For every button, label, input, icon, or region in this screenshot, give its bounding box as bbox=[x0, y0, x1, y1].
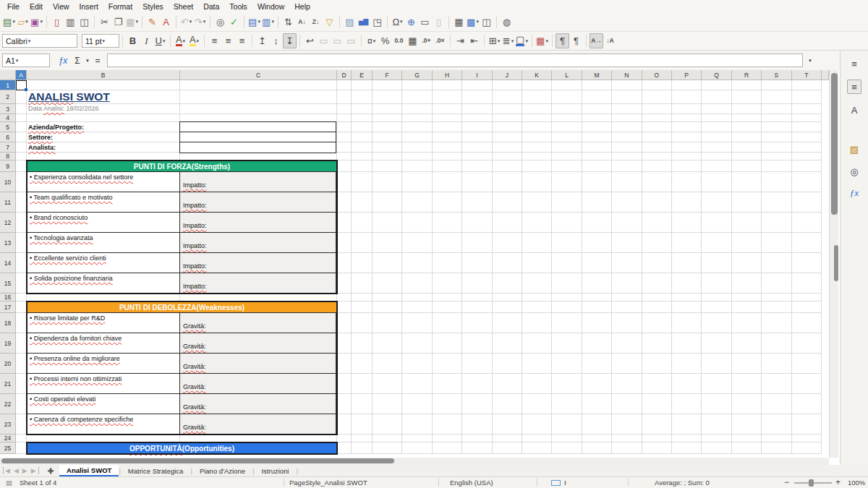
field-cell-C12[interactable]: Impatto: bbox=[179, 212, 336, 233]
cell-S10[interactable] bbox=[762, 172, 791, 192]
column-header-D[interactable]: D bbox=[337, 70, 352, 80]
insert-columns-button[interactable]: ▥▾ bbox=[261, 14, 275, 30]
cell-C8[interactable] bbox=[180, 153, 337, 160]
horizontal-scrollbar-thumb[interactable] bbox=[1, 458, 394, 463]
cell-F1[interactable] bbox=[373, 80, 402, 90]
cell-L13[interactable] bbox=[552, 233, 582, 253]
column-header-B[interactable]: B bbox=[27, 70, 180, 80]
row-header-14[interactable]: 14 bbox=[0, 253, 16, 273]
cell-D4[interactable] bbox=[337, 114, 352, 122]
cell-H12[interactable] bbox=[433, 213, 462, 233]
cell-O2[interactable] bbox=[642, 90, 672, 104]
field-cell-C23[interactable]: Gravità: bbox=[179, 414, 336, 435]
cell-H6[interactable] bbox=[433, 132, 462, 142]
cell-P25[interactable] bbox=[672, 442, 702, 454]
cell-A10[interactable] bbox=[16, 172, 27, 192]
cell-Q8[interactable] bbox=[702, 153, 731, 160]
cell-N11[interactable] bbox=[612, 192, 642, 213]
cell-J19[interactable] bbox=[493, 333, 522, 354]
cell-S15[interactable] bbox=[762, 273, 791, 294]
cell-K23[interactable] bbox=[522, 414, 552, 435]
cell-N18[interactable] bbox=[612, 313, 642, 333]
sidebar-scroll-handle[interactable] bbox=[834, 245, 838, 281]
cell-L22[interactable] bbox=[552, 394, 582, 414]
cell-K22[interactable] bbox=[522, 394, 552, 414]
cell-T9[interactable] bbox=[792, 160, 822, 172]
column-header-K[interactable]: K bbox=[522, 70, 552, 80]
cell-H16[interactable] bbox=[433, 294, 462, 301]
cell-J18[interactable] bbox=[493, 313, 522, 333]
cell-A11[interactable] bbox=[16, 192, 27, 213]
cell-Q7[interactable] bbox=[702, 142, 731, 153]
language-indicator[interactable]: English (USA) bbox=[450, 479, 493, 487]
cell-A3[interactable] bbox=[16, 104, 27, 114]
cell-E25[interactable] bbox=[352, 442, 373, 454]
add-sheet-icon[interactable]: ✚ bbox=[48, 467, 54, 475]
cell-P12[interactable] bbox=[672, 213, 702, 233]
sum-dropdown-icon[interactable]: ▾ bbox=[85, 53, 90, 68]
cell-J7[interactable] bbox=[493, 142, 522, 153]
cell-K7[interactable] bbox=[522, 142, 552, 153]
cell-G4[interactable] bbox=[402, 114, 432, 122]
cell-F15[interactable] bbox=[373, 273, 402, 294]
column-header-J[interactable]: J bbox=[493, 70, 522, 80]
column-header-H[interactable]: H bbox=[433, 70, 462, 80]
find-replace-button[interactable]: ◎ bbox=[213, 14, 227, 30]
row-header-5[interactable]: 5 bbox=[0, 122, 16, 132]
menu-sheet[interactable]: Sheet bbox=[169, 1, 198, 12]
cell-T11[interactable] bbox=[792, 192, 822, 213]
new-document-button[interactable]: ▤▾ bbox=[2, 14, 16, 30]
cell-S5[interactable] bbox=[762, 122, 791, 132]
cell-R13[interactable] bbox=[732, 233, 762, 253]
cell-I5[interactable] bbox=[462, 122, 492, 132]
autofilter-button[interactable]: ▽ bbox=[323, 14, 336, 30]
cell-J23[interactable] bbox=[493, 414, 522, 435]
align-right-button[interactable]: ≡ bbox=[235, 33, 249, 48]
cell-T14[interactable] bbox=[792, 253, 822, 273]
cell-Q18[interactable] bbox=[702, 313, 731, 333]
cell-H8[interactable] bbox=[433, 153, 462, 160]
format-date-button[interactable]: ▦ bbox=[406, 33, 420, 48]
field-cell-C21[interactable]: Gravità: bbox=[179, 373, 336, 394]
cell-O7[interactable] bbox=[642, 142, 672, 153]
analysis-date-cell[interactable]: Data Analisi: 18/02/2026 bbox=[28, 105, 245, 114]
cell-cursor-A1[interactable] bbox=[16, 80, 27, 90]
cell-K10[interactable] bbox=[522, 172, 552, 192]
cell-P15[interactable] bbox=[672, 273, 702, 294]
menu-data[interactable]: Data bbox=[198, 1, 224, 12]
cell-L15[interactable] bbox=[552, 273, 582, 294]
clone-formatting-button[interactable]: ✎ bbox=[145, 14, 159, 30]
border-color-dropdown-icon[interactable]: ▾ bbox=[525, 38, 528, 44]
sheet-tab-matrice-strategica[interactable]: Matrice Strategica bbox=[121, 465, 191, 476]
cell-E14[interactable] bbox=[352, 253, 373, 273]
cell-J14[interactable] bbox=[493, 253, 522, 273]
cell-M23[interactable] bbox=[582, 414, 612, 435]
cell-L12[interactable] bbox=[552, 213, 582, 233]
cell-G15[interactable] bbox=[402, 273, 432, 294]
borders-dropdown-icon[interactable]: ▾ bbox=[498, 38, 501, 44]
cell-L8[interactable] bbox=[552, 153, 582, 160]
cell-I22[interactable] bbox=[462, 394, 492, 414]
insert-hyperlink-button[interactable]: ⊕ bbox=[404, 14, 418, 30]
conditional-formatting-button[interactable]: ▦▾ bbox=[535, 33, 549, 48]
cell-M10[interactable] bbox=[582, 172, 612, 192]
cell-B16[interactable] bbox=[27, 294, 180, 301]
info-input-box-3[interactable] bbox=[179, 142, 336, 153]
cell-T6[interactable] bbox=[792, 132, 822, 142]
open-dropdown-icon[interactable]: ▾ bbox=[25, 19, 28, 25]
cell-R23[interactable] bbox=[732, 414, 762, 435]
cell-I19[interactable] bbox=[462, 333, 492, 354]
decrease-indent-button[interactable]: ⇤ bbox=[467, 33, 481, 48]
cell-P22[interactable] bbox=[672, 394, 702, 414]
cell-T22[interactable] bbox=[792, 394, 822, 414]
align-top-button[interactable]: ↥ bbox=[255, 33, 269, 48]
sum-icon[interactable]: Σ bbox=[70, 53, 85, 68]
field-cell-C13[interactable]: Impatto: bbox=[179, 232, 336, 253]
cell-S8[interactable] bbox=[762, 153, 791, 160]
cell-O15[interactable] bbox=[642, 273, 672, 294]
cell-A18[interactable] bbox=[16, 313, 27, 333]
cell-F7[interactable] bbox=[373, 142, 402, 153]
column-header-G[interactable]: G bbox=[402, 70, 432, 80]
cell-P11[interactable] bbox=[672, 192, 702, 213]
cell-J5[interactable] bbox=[493, 122, 522, 132]
